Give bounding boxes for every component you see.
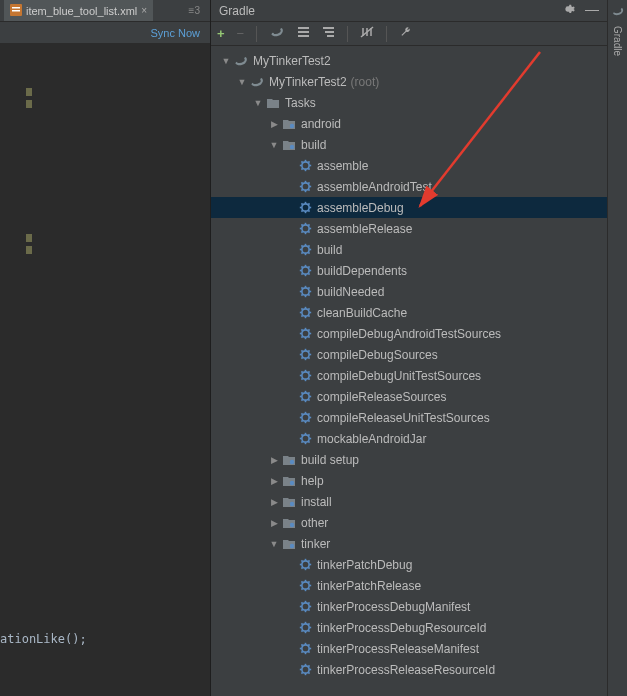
expand-all-icon[interactable] bbox=[297, 26, 310, 42]
tree-root[interactable]: ▼ MyTinkerTest2 bbox=[211, 50, 607, 71]
svg-line-118 bbox=[301, 399, 302, 400]
svg-line-134 bbox=[301, 434, 302, 435]
tree-group-build[interactable]: ▼ build bbox=[211, 134, 607, 155]
editor-tab[interactable]: item_blue_tool_list.xml × bbox=[4, 0, 153, 21]
svg-line-107 bbox=[301, 371, 302, 372]
folder-gear-icon bbox=[281, 137, 297, 153]
tree-group-install[interactable]: ▶ install bbox=[211, 491, 607, 512]
tree-task[interactable]: tinkerProcessReleaseResourceId bbox=[211, 659, 607, 680]
tree-group-tinker[interactable]: ▼ tinker bbox=[211, 533, 607, 554]
tree-group-help[interactable]: ▶ help bbox=[211, 470, 607, 491]
gradle-toolbar: + − bbox=[211, 22, 607, 46]
svg-line-135 bbox=[308, 441, 309, 442]
tree-task[interactable]: assembleRelease bbox=[211, 218, 607, 239]
svg-line-35 bbox=[301, 203, 302, 204]
tree-task[interactable]: assembleDebug bbox=[211, 197, 607, 218]
svg-line-54 bbox=[308, 252, 309, 253]
tree-project[interactable]: ▼ MyTinkerTest2 (root) bbox=[211, 71, 607, 92]
svg-line-90 bbox=[308, 336, 309, 337]
gradle-project-icon bbox=[249, 74, 265, 90]
tool-window-strip: Gradle bbox=[607, 0, 627, 696]
tree-task[interactable]: compileReleaseSources bbox=[211, 386, 607, 407]
sidebar-tab-gradle[interactable]: Gradle bbox=[612, 24, 623, 58]
tree-task[interactable]: build bbox=[211, 239, 607, 260]
gear-icon bbox=[297, 368, 313, 384]
gear-icon bbox=[297, 158, 313, 174]
settings-icon[interactable] bbox=[561, 2, 575, 19]
tree-suffix: (root) bbox=[351, 75, 380, 89]
collapse-all-icon[interactable] bbox=[322, 26, 335, 42]
svg-line-137 bbox=[308, 434, 309, 435]
tree-task[interactable]: buildDependents bbox=[211, 260, 607, 281]
chevron-right-icon[interactable]: ▶ bbox=[267, 119, 281, 129]
tree-task[interactable]: tinkerProcessReleaseManifest bbox=[211, 638, 607, 659]
tree-group-build-setup[interactable]: ▶ build setup bbox=[211, 449, 607, 470]
svg-line-20 bbox=[308, 161, 309, 162]
svg-point-102 bbox=[301, 372, 308, 379]
chevron-right-icon[interactable]: ▶ bbox=[267, 455, 281, 465]
svg-point-143 bbox=[301, 561, 308, 568]
tree-task[interactable]: compileDebugUnitTestSources bbox=[211, 365, 607, 386]
svg-line-55 bbox=[301, 252, 302, 253]
tree-task[interactable]: tinkerProcessDebugResourceId bbox=[211, 617, 607, 638]
svg-line-71 bbox=[301, 287, 302, 288]
folder-gear-icon bbox=[281, 473, 297, 489]
tree-task[interactable]: compileReleaseUnitTestSources bbox=[211, 407, 607, 428]
svg-line-80 bbox=[301, 308, 302, 309]
sync-bar: Sync Now bbox=[0, 22, 210, 44]
tree-label: MyTinkerTest2 bbox=[269, 75, 347, 89]
chevron-right-icon[interactable]: ▶ bbox=[267, 497, 281, 507]
tree-task[interactable]: tinkerProcessDebugManifest bbox=[211, 596, 607, 617]
sync-now-link[interactable]: Sync Now bbox=[150, 27, 200, 39]
svg-line-36 bbox=[308, 210, 309, 211]
tree-task[interactable]: cleanBuildCache bbox=[211, 302, 607, 323]
chevron-down-icon[interactable]: ▼ bbox=[219, 56, 233, 66]
gear-icon bbox=[297, 557, 313, 573]
tree-task[interactable]: assembleAndroidTest bbox=[211, 176, 607, 197]
add-icon[interactable]: + bbox=[217, 26, 225, 41]
chevron-down-icon[interactable]: ▼ bbox=[251, 98, 265, 108]
svg-line-158 bbox=[308, 588, 309, 589]
gear-icon bbox=[297, 305, 313, 321]
chevron-right-icon[interactable]: ▶ bbox=[267, 476, 281, 486]
gradle-tree[interactable]: ▼ MyTinkerTest2 ▼ MyTinkerTest2 (root) ▼… bbox=[211, 46, 607, 696]
tree-task[interactable]: compileDebugAndroidTestSources bbox=[211, 323, 607, 344]
svg-line-83 bbox=[308, 308, 309, 309]
svg-line-108 bbox=[308, 378, 309, 379]
svg-line-27 bbox=[308, 189, 309, 190]
tree-task[interactable]: buildNeeded bbox=[211, 281, 607, 302]
chevron-down-icon[interactable]: ▼ bbox=[267, 539, 281, 549]
tree-group-android[interactable]: ▶ android bbox=[211, 113, 607, 134]
tree-task[interactable]: compileDebugSources bbox=[211, 344, 607, 365]
svg-line-89 bbox=[301, 329, 302, 330]
chevron-down-icon[interactable]: ▼ bbox=[267, 140, 281, 150]
tree-task[interactable]: mockableAndroidJar bbox=[211, 428, 607, 449]
svg-line-81 bbox=[308, 315, 309, 316]
svg-point-75 bbox=[301, 309, 308, 316]
remove-icon[interactable]: − bbox=[237, 26, 245, 41]
svg-point-48 bbox=[301, 246, 308, 253]
wrench-icon[interactable] bbox=[399, 26, 412, 42]
tree-task[interactable]: assemble bbox=[211, 155, 607, 176]
tree-task[interactable]: tinkerPatchDebug bbox=[211, 554, 607, 575]
hide-icon[interactable]: — bbox=[585, 2, 599, 19]
tree-group-other[interactable]: ▶ other bbox=[211, 512, 607, 533]
tree-tasks[interactable]: ▼ Tasks bbox=[211, 92, 607, 113]
close-icon[interactable]: × bbox=[141, 5, 147, 16]
gradle-refresh-icon[interactable] bbox=[269, 26, 285, 41]
toggle-offline-icon[interactable] bbox=[360, 25, 374, 42]
svg-point-188 bbox=[301, 666, 308, 673]
tree-task[interactable]: tinkerPatchRelease bbox=[211, 575, 607, 596]
tree-task-label: compileDebugUnitTestSources bbox=[317, 369, 481, 383]
svg-line-178 bbox=[308, 623, 309, 624]
svg-rect-8 bbox=[325, 31, 334, 33]
editor-body[interactable]: ationLike(); bbox=[0, 44, 210, 696]
gradle-elephant-icon[interactable] bbox=[611, 6, 625, 20]
chevron-right-icon[interactable]: ▶ bbox=[267, 518, 281, 528]
svg-line-46 bbox=[301, 231, 302, 232]
gear-icon bbox=[297, 389, 313, 405]
tree-task-label: assembleDebug bbox=[317, 201, 404, 215]
chevron-down-icon[interactable]: ▼ bbox=[235, 77, 249, 87]
svg-line-18 bbox=[308, 168, 309, 169]
svg-point-170 bbox=[301, 624, 308, 631]
